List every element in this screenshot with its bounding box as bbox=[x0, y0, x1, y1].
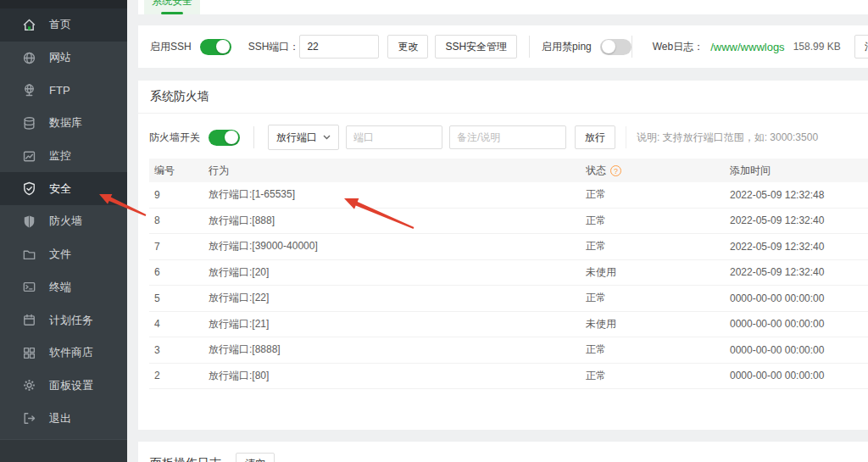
rule-type-select[interactable]: 放行端口 bbox=[268, 125, 339, 150]
firewall-rule-row-9[interactable]: 9放行端口:[1-65535]正常2022-05-09 12:32:48 bbox=[149, 182, 868, 209]
globe-icon bbox=[22, 51, 36, 65]
rule-id: 6 bbox=[149, 266, 203, 278]
col-header-action: 行为 bbox=[203, 164, 581, 178]
home-icon bbox=[22, 18, 36, 32]
ssh-port-label: SSH端口： bbox=[248, 40, 300, 54]
sidebar-item-home[interactable]: 首页 bbox=[0, 8, 127, 42]
sidebar: 首页网站FTP数据库监控安全防火墙文件终端计划任务软件商店面板设置退出 bbox=[0, 0, 127, 462]
ssh-toggle[interactable] bbox=[200, 39, 231, 55]
firewall-toggle[interactable] bbox=[209, 130, 240, 146]
log-clear-button[interactable]: 清空 bbox=[236, 453, 275, 462]
sidebar-item-firewall[interactable]: 防火墙 bbox=[0, 205, 127, 238]
firewall-rule-row-5[interactable]: 5放行端口:[22]正常0000-00-00 00:00:00 bbox=[149, 286, 868, 312]
sidebar-item-label: 终端 bbox=[49, 280, 71, 295]
rule-status: 正常 bbox=[581, 239, 725, 253]
status-header-label: 状态 bbox=[586, 164, 606, 178]
calendar-icon bbox=[22, 313, 36, 327]
rule-type-value: 放行端口 bbox=[276, 131, 317, 145]
gear-icon bbox=[22, 378, 36, 392]
sidebar-item-label: 文件 bbox=[49, 247, 71, 262]
sidebar-menu: 首页网站FTP数据库监控安全防火墙文件终端计划任务软件商店面板设置退出 bbox=[0, 8, 127, 435]
sidebar-item-appstore[interactable]: 软件商店 bbox=[0, 337, 127, 370]
sidebar-item-terminal[interactable]: 终端 bbox=[0, 271, 127, 304]
rule-added-time: 2022-05-09 12:32:40 bbox=[725, 266, 868, 278]
sidebar-item-ftp[interactable]: FTP bbox=[0, 74, 127, 107]
firewall-rule-row-4[interactable]: 4放行端口:[21]未使用0000-00-00 00:00:00 bbox=[149, 312, 868, 338]
sidebar-item-label: 安全 bbox=[49, 181, 71, 197]
firewall-rule-row-2[interactable]: 2放行端口:[80]正常0000-00-00 00:00:00 bbox=[149, 364, 868, 390]
rule-added-time: 2022-05-09 12:32:48 bbox=[725, 189, 868, 201]
sidebar-item-label: 计划任务 bbox=[49, 313, 93, 328]
firewall-rule-row-6[interactable]: 6放行端口:[20]未使用2022-05-09 12:32:40 bbox=[149, 260, 868, 287]
sidebar-top-strip bbox=[0, 0, 127, 8]
rule-added-time: 0000-00-00 00:00:00 bbox=[725, 292, 868, 304]
firewall-panel-title: 系统防火墙 bbox=[150, 89, 209, 104]
ssh-port-change-button[interactable]: 更改 bbox=[387, 35, 428, 58]
status-help-icon[interactable]: ? bbox=[610, 165, 621, 176]
sidebar-item-files[interactable]: 文件 bbox=[0, 238, 127, 271]
firewall-rule-row-7[interactable]: 7放行端口:[39000-40000]正常2022-05-09 12:32:40 bbox=[149, 234, 868, 260]
weblog-path-link[interactable]: /www/wwwlogs bbox=[710, 41, 784, 53]
rule-id: 4 bbox=[149, 318, 203, 330]
sidebar-item-database[interactable]: 数据库 bbox=[0, 107, 127, 140]
disable-ping-label: 启用禁ping bbox=[542, 40, 592, 54]
table-header-row: 编号 行为 状态 ? 添加时间 bbox=[149, 159, 868, 182]
sidebar-item-label: 监控 bbox=[49, 148, 71, 164]
terminal-icon bbox=[22, 280, 36, 294]
sidebar-item-monitor[interactable]: 监控 bbox=[0, 140, 127, 173]
disable-ping-toggle[interactable] bbox=[600, 39, 632, 55]
firewall-table-body: 9放行端口:[1-65535]正常2022-05-09 12:32:488放行端… bbox=[149, 182, 868, 389]
firewall-panel-header: 系统防火墙 bbox=[138, 81, 868, 114]
port-range-hint: 说明: 支持放行端口范围，如: 3000:3500 bbox=[637, 131, 818, 145]
logout-icon bbox=[22, 411, 36, 426]
col-header-id: 编号 bbox=[149, 164, 203, 178]
grid-icon bbox=[22, 346, 36, 360]
system-firewall-panel: 系统防火墙 防火墙开关 放行端口 放行 说明: 支持放行端口范围，如: 3000… bbox=[138, 81, 868, 430]
remark-input[interactable] bbox=[449, 125, 566, 149]
sidebar-item-cron[interactable]: 计划任务 bbox=[0, 303, 127, 337]
sidebar-item-label: 面板设置 bbox=[49, 378, 93, 393]
sidebar-item-logout[interactable]: 退出 bbox=[0, 402, 127, 435]
rule-status: 未使用 bbox=[581, 265, 725, 280]
rule-action: 放行端口:[39000-40000] bbox=[203, 239, 581, 253]
rule-added-time: 2022-05-09 12:32:40 bbox=[725, 241, 868, 253]
ssh-port-input[interactable] bbox=[299, 35, 379, 58]
port-input[interactable] bbox=[346, 125, 442, 149]
rule-id: 9 bbox=[149, 189, 203, 201]
rule-id: 7 bbox=[149, 241, 203, 253]
rule-id: 3 bbox=[149, 344, 203, 356]
folder-icon bbox=[22, 248, 36, 262]
firewall-rule-row-3[interactable]: 3放行端口:[8888]正常0000-00-00 00:00:00 bbox=[149, 337, 868, 364]
col-header-time: 添加时间 bbox=[725, 164, 868, 178]
rule-status: 正常 bbox=[581, 214, 725, 228]
sidebar-item-label: 退出 bbox=[49, 411, 71, 426]
sidebar-item-label: FTP bbox=[49, 84, 70, 97]
rule-action: 放行端口:[22] bbox=[203, 291, 581, 305]
allow-button[interactable]: 放行 bbox=[575, 125, 615, 149]
tab-system-security[interactable]: 系统安全 bbox=[144, 0, 200, 14]
chevron-down-icon bbox=[323, 135, 331, 140]
rule-action: 放行端口:[80] bbox=[203, 369, 581, 383]
weblog-clear-button[interactable]: 清空 bbox=[854, 35, 868, 58]
rule-action: 放行端口:[20] bbox=[203, 265, 581, 280]
database-icon bbox=[22, 116, 36, 131]
sidebar-bottom-strip bbox=[0, 439, 127, 462]
rule-added-time: 0000-00-00 00:00:00 bbox=[725, 370, 868, 381]
rule-status: 正常 bbox=[581, 291, 725, 305]
sidebar-item-label: 防火墙 bbox=[49, 214, 82, 229]
rule-action: 放行端口:[888] bbox=[203, 214, 581, 228]
rule-added-time: 2022-05-09 12:32:40 bbox=[725, 214, 868, 226]
tab-label: 系统安全 bbox=[152, 0, 192, 8]
sidebar-item-site[interactable]: 网站 bbox=[0, 42, 127, 75]
firewall-form-row: 防火墙开关 放行端口 放行 说明: 支持放行端口范围，如: 3000:3500 bbox=[149, 125, 868, 150]
weblog-size: 158.99 KB bbox=[793, 41, 841, 53]
firewall-rule-row-8[interactable]: 8放行端口:[888]正常2022-05-09 12:32:40 bbox=[149, 209, 868, 235]
rule-action: 放行端口:[1-65535] bbox=[203, 187, 581, 202]
panel-log-section: 面板操作日志 清空 bbox=[138, 442, 868, 462]
sidebar-item-settings[interactable]: 面板设置 bbox=[0, 370, 127, 403]
ssh-manage-button[interactable]: SSH安全管理 bbox=[435, 35, 517, 58]
enable-ssh-label: 启用SSH bbox=[150, 40, 192, 54]
firewall-rules-table: 编号 行为 状态 ? 添加时间 9放行端口:[1-65535]正常2022-05… bbox=[149, 159, 868, 389]
divider bbox=[253, 126, 254, 148]
sidebar-item-security[interactable]: 安全 bbox=[0, 172, 127, 205]
